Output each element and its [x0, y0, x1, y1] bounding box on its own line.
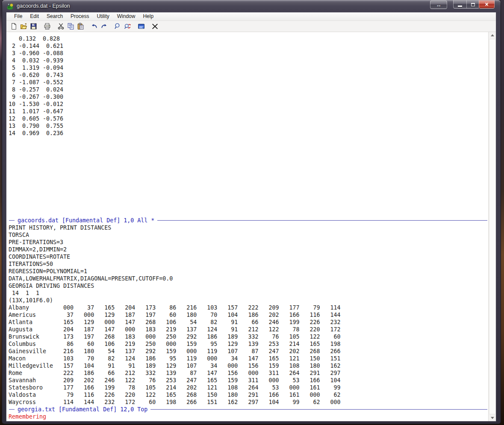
scrollbar-down-button[interactable]: [489, 415, 496, 421]
open-file-button[interactable]: [19, 22, 29, 31]
menu-item-window[interactable]: Window: [113, 12, 139, 21]
text-line: 10 -1.530 -0.012: [9, 100, 488, 108]
text-line: Augusta 204 187 147 000 183 219 137 124 …: [9, 326, 488, 333]
text-line: [9, 202, 488, 210]
modeline-rule: [157, 220, 487, 221]
text-line: 0.132 0.828: [9, 35, 488, 42]
text-line: ITERATIONS=50: [9, 260, 488, 268]
text-line: Brunswick 173 197 268 183 000 250 292 18…: [9, 333, 488, 340]
text-line: [9, 166, 488, 173]
text-line: Savannah 209 202 246 122 76 253 247 165 …: [9, 377, 488, 384]
text-line: [9, 188, 488, 195]
vertical-scrollbar[interactable]: [488, 32, 496, 421]
text-line: 13 0.790 0.755: [9, 122, 488, 130]
commands-button[interactable]: [136, 22, 146, 31]
undo-arrow-icon: [91, 23, 98, 30]
text-line: 7 -1.087 -0.552: [9, 79, 488, 86]
restore-icon: [471, 3, 475, 6]
open-folder-icon: [20, 23, 27, 30]
text-area[interactable]: 0.132 0.828 2 -0.144 0.621 3 -0.960 -0.0…: [6, 32, 488, 421]
menu-item-search[interactable]: Search: [43, 12, 67, 21]
paste-clipboard-icon: [77, 23, 84, 30]
horizontal-resize-icon: ↔: [436, 2, 442, 8]
minimize-icon: [458, 6, 462, 7]
redo-button[interactable]: [99, 22, 109, 31]
text-line: (13X,101F6.0): [9, 297, 488, 304]
print-icon: [44, 23, 51, 30]
save-button[interactable]: [29, 22, 38, 31]
text-line: Americus 37 000 129 187 197 60 180 70 10…: [9, 311, 488, 319]
search-replace-button[interactable]: [123, 22, 133, 31]
scrollbar-thumb[interactable]: [489, 39, 496, 414]
resize-window-button[interactable]: ↔: [430, 0, 447, 9]
epsilon-app-icon: [7, 3, 14, 10]
text-line: 14 0.969 0.236: [9, 130, 488, 137]
close-button[interactable]: ×: [479, 0, 495, 9]
text-line: Valdosta 79 116 226 220 122 165 268 150 …: [9, 391, 488, 398]
modeline-dash: [9, 409, 15, 410]
undo-button[interactable]: [89, 22, 99, 31]
client-area: FileEditSearchProcessUtilityWindowHelp: [6, 12, 496, 422]
buffer-georgia: PRINT HISTORY, PRINT DISTANCESTORSCAPRE-…: [9, 224, 488, 406]
delete-x-icon: [151, 23, 159, 30]
modeline-georgia: georgia.txt [Fundamental Def] 12,0 Top: [9, 406, 488, 413]
new-file-button[interactable]: [9, 22, 19, 31]
text-line: COORDINATES=ROTATE: [9, 253, 488, 260]
text-line: Atlanta 165 129 000 147 268 106 54 82 91…: [9, 319, 488, 326]
text-line: TORSCA: [9, 231, 488, 239]
text-line: PRINT HISTORY, PRINT DISTANCES: [9, 224, 488, 231]
cut-scissors-icon: [57, 23, 65, 30]
text-line: DATA,LOWERHALFMATRIX,DIAGONAL=PRESENT,CU…: [9, 275, 488, 282]
scrollbar-up-button[interactable]: [489, 32, 496, 38]
text-line: [9, 159, 488, 166]
cut-button[interactable]: [56, 22, 66, 31]
text-line: 12 0.605 -0.576: [9, 115, 488, 122]
text-line: DIMMAX=2,DIMMIN=2: [9, 246, 488, 253]
text-line: [9, 151, 488, 159]
close-icon: ×: [485, 1, 488, 8]
text-line: [9, 195, 488, 202]
restore-button[interactable]: [467, 0, 479, 9]
modeline-rule: [150, 409, 487, 410]
search-replace-icon: [124, 23, 131, 30]
text-line: 6 -0.620 0.743: [9, 71, 488, 79]
copy-icon: [67, 23, 74, 30]
text-line: Gainesville 216 180 54 137 292 159 000 1…: [9, 348, 488, 355]
text-line: [9, 173, 488, 180]
title-bar[interactable]: gacoords.dat - Epsilon ↔ ×: [2, 0, 501, 12]
buffer-gacoords: 0.132 0.828 2 -0.144 0.621 3 -0.960 -0.0…: [9, 35, 488, 217]
delete-button[interactable]: [150, 22, 160, 31]
text-line: Waycross 114 144 232 172 60 198 266 151 …: [9, 398, 488, 406]
menu-item-help[interactable]: Help: [139, 12, 157, 21]
text-line: GEORGIA DRIVING DISTANCES: [9, 282, 488, 289]
text-line: 8 -0.257 0.024: [9, 86, 488, 93]
text-line: [9, 144, 488, 151]
toolbar: [6, 21, 496, 32]
text-line: Columbus 86 60 106 219 250 000 159 95 12…: [9, 340, 488, 348]
save-icon: [30, 23, 37, 30]
print-button[interactable]: [42, 22, 52, 31]
menu-item-process[interactable]: Process: [67, 12, 93, 21]
text-line: 3 -0.960 -0.088: [9, 50, 488, 57]
modeline-gacoords: gacoords.dat [Fundamental Def] 1,0 All *: [9, 217, 488, 224]
text-line: Albany 000 37 165 204 173 86 216 103 157…: [9, 304, 488, 311]
menu-item-edit[interactable]: Edit: [26, 12, 43, 21]
text-line: [9, 180, 488, 188]
text-line: 2 -0.144 0.621: [9, 42, 488, 50]
menu-item-file[interactable]: File: [10, 12, 26, 21]
search-button[interactable]: [113, 22, 123, 31]
menu-item-utility[interactable]: Utility: [93, 12, 113, 21]
text-line: 11 1.017 -0.647: [9, 108, 488, 115]
text-line: [9, 137, 488, 144]
modeline-text: gacoords.dat [Fundamental Def] 1,0 All *: [18, 217, 154, 224]
redo-arrow-icon: [100, 23, 108, 30]
echo-area-status: Remembering: [9, 413, 488, 420]
modeline-dash: [9, 220, 15, 221]
minimize-button[interactable]: [453, 0, 467, 9]
new-file-icon: [10, 23, 18, 30]
text-line: 14 1 1: [9, 289, 488, 297]
paste-button[interactable]: [76, 22, 85, 31]
copy-button[interactable]: [66, 22, 76, 31]
window-title: gacoords.dat - Epsilon: [17, 3, 70, 9]
editor-region: 0.132 0.828 2 -0.144 0.621 3 -0.960 -0.0…: [6, 32, 496, 421]
